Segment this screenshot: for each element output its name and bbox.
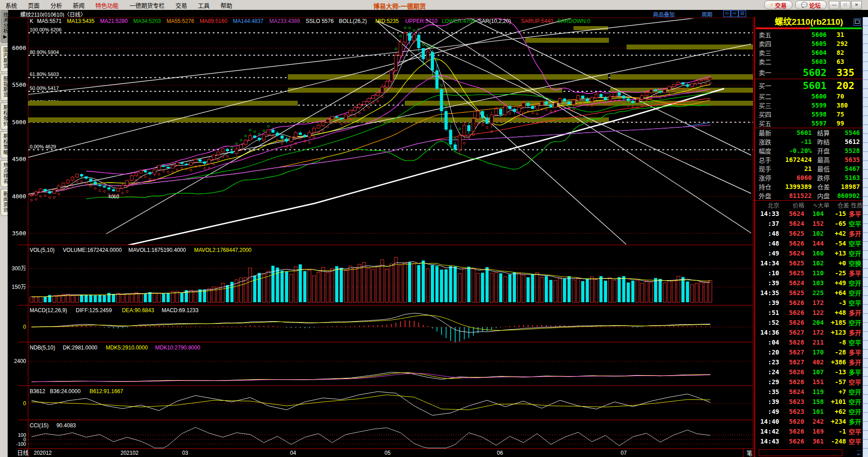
tick-row: :515626122+48多开 xyxy=(755,308,863,318)
tick-row: :045628211-8空平 xyxy=(755,337,863,347)
svg-text:202012: 202012 xyxy=(34,450,52,456)
quote-row: 买三5599380 xyxy=(755,101,863,110)
sidebar-tab-5[interactable]: 期权策略 xyxy=(0,131,8,158)
svg-text:NDB(5,10): NDB(5,10) xyxy=(30,345,55,351)
maximize-button[interactable]: □ xyxy=(840,1,850,9)
sidebar-tab-3[interactable]: 股指期货 xyxy=(0,74,8,101)
menu-item-1[interactable]: 系统 xyxy=(0,1,22,10)
svg-text:0: 0 xyxy=(23,324,26,330)
forum-button[interactable]: 💬论坛 xyxy=(795,0,827,9)
stat-row: 现手21最低5467 xyxy=(755,164,863,173)
svg-text:3500: 3500 xyxy=(12,230,26,237)
svg-text:202102: 202102 xyxy=(121,450,139,456)
ask-rows: 卖五560631卖四5605292卖三560482卖二560363卖一56023… xyxy=(755,30,863,79)
panel-maximize-icon[interactable] xyxy=(854,18,861,26)
svg-text:B3612: B3612 xyxy=(30,388,45,394)
arrow-right-icon[interactable]: ⇨ xyxy=(731,10,738,17)
quote-row: 卖五560631 xyxy=(755,30,863,39)
svg-text:MA34:5203: MA34:5203 xyxy=(133,18,161,24)
svg-text:BOLL(26,2): BOLL(26,2) xyxy=(339,18,367,24)
svg-text:SSLO 5576: SSLO 5576 xyxy=(306,18,334,24)
svg-text:MA21:5280: MA21:5280 xyxy=(100,18,128,24)
tick-list[interactable]: 14:335624104-15多平:375624152-65空平:4856251… xyxy=(755,209,863,446)
lightning-icon: ⚡ xyxy=(770,2,774,8)
chat-bubble-icon: 💬 xyxy=(801,2,808,8)
scroll-mini-icons[interactable]: —⇤ xyxy=(857,448,861,457)
sidebar-tab-1[interactable]: 技术分析▶ xyxy=(0,10,8,43)
svg-text:笔: 笔 xyxy=(747,450,752,457)
svg-text:SAR(10,2,20): SAR(10,2,20) xyxy=(478,18,511,24)
tick-row: 14:405620242+234多开 xyxy=(755,417,863,426)
svg-text:5000: 5000 xyxy=(12,119,26,125)
page-indicator-box xyxy=(759,449,842,456)
tick-row: :495624160+13空开 xyxy=(755,248,863,258)
sidebar-tab-2[interactable]: 国内期货 xyxy=(0,45,8,72)
bid-rows: 买一5601202买二560070买三5599380买四559875买五5597… xyxy=(755,79,863,128)
quote-row: 卖四5605292 xyxy=(755,39,863,48)
quote-row: 卖二560363 xyxy=(755,57,863,66)
svg-text:100.00% 6206: 100.00% 6206 xyxy=(30,27,62,32)
quote-row: 买五559799 xyxy=(755,119,863,128)
menu-item-2[interactable]: 页面 xyxy=(22,1,45,10)
menu-item-7[interactable]: 交易 xyxy=(170,1,192,10)
sidebar-tab-7[interactable]: 新闻资讯 xyxy=(0,189,8,216)
menu-item-5[interactable]: 特色功能 xyxy=(90,1,124,10)
tick-row: 14:365627172+123多开 xyxy=(755,327,863,337)
svg-text:MID:5235: MID:5235 xyxy=(376,18,399,24)
tick-row: :375624152-65空平 xyxy=(755,219,863,228)
svg-text:MACD:69.1233: MACD:69.1233 xyxy=(161,307,198,314)
svg-text:5500: 5500 xyxy=(12,81,26,88)
svg-text:DIFF:125.2459: DIFF:125.2459 xyxy=(76,307,112,314)
menu-item-8[interactable]: 工具 xyxy=(192,1,215,10)
svg-text:-100: -100 xyxy=(16,441,26,447)
quote-panel: 螺纹2110(rb2110) 卖五560631卖四5605292卖三560482… xyxy=(754,17,863,457)
menu-bar: 系统页面分析新闻特色功能一德期货专栏交易工具帮助 xyxy=(0,1,237,9)
svg-text:MA89:5160: MA89:5160 xyxy=(200,18,228,24)
quote-row: 买四559875 xyxy=(755,110,863,119)
menu-item-6[interactable]: 一德期货专栏 xyxy=(124,1,170,10)
svg-text:K: K xyxy=(30,18,33,24)
tick-row: :395626172-3空平 xyxy=(755,298,863,308)
svg-text:MDK5:2910.0000: MDK5:2910.0000 xyxy=(106,345,148,351)
contract-title: 螺纹2110(rb2110) xyxy=(755,17,863,27)
title-bar: 系统页面分析新闻特色功能一德期货专栏交易工具帮助 博易大师-一德期货 ⚡交易 💬… xyxy=(0,0,868,10)
quote-row: 买二560070 xyxy=(755,92,863,101)
arrow-left-icon[interactable]: ⇦ xyxy=(723,10,731,17)
svg-text:2400: 2400 xyxy=(14,358,26,364)
stat-row: 最新5601结算5546 xyxy=(755,128,863,137)
svg-text:07: 07 xyxy=(621,450,627,456)
svg-text:MA55:5276: MA55:5276 xyxy=(166,18,194,24)
tick-row: :395623158+101空开 xyxy=(755,397,863,407)
trade-button[interactable]: ⚡交易 xyxy=(764,0,792,9)
minimize-button[interactable]: — xyxy=(829,1,839,9)
right-scrollbar[interactable] xyxy=(863,17,868,457)
menu-item-4[interactable]: 新闻 xyxy=(67,1,90,10)
svg-text:VOL(5,10): VOL(5,10) xyxy=(30,247,54,253)
tick-row: :205627170-28多平 xyxy=(755,347,863,357)
svg-text:MA144:4837: MA144:4837 xyxy=(233,18,264,24)
tick-row: 14:335624104-15多平 xyxy=(755,209,863,219)
menu-item-9[interactable]: 帮助 xyxy=(215,1,237,10)
tick-row: :495623101+62空开 xyxy=(755,407,863,417)
tick-row: :295626151-57空平 xyxy=(755,377,863,387)
stat-row: 涨跌-11昨结5612 xyxy=(755,137,863,146)
tick-row: :105625110-25多平 xyxy=(755,268,863,278)
panel-bottom-bar: —⇤ xyxy=(755,448,863,457)
sidebar-tab-6[interactable]: 热点排名 xyxy=(0,160,8,187)
svg-text:150万: 150万 xyxy=(12,284,26,290)
sidebar-tab-4[interactable]: 期权报价 xyxy=(0,103,8,130)
split-window-icon[interactable]: ⊟ xyxy=(738,10,746,17)
chart-tab-bar: 螺纹2110(010610)〈日线〉 商品叠加 周期 ⇦ ⇨ ⊟ xyxy=(8,10,868,18)
app-window: { "window": { "title": "博易大师-一德期货", "tra… xyxy=(0,0,868,457)
stat-row: 涨停6060跌停5163 xyxy=(755,173,863,182)
tick-row: :395624103+49空开 xyxy=(755,278,863,288)
tick-header: 北京价格∿大单仓差性质 xyxy=(755,200,863,209)
main-chart[interactable]: 600055005000450040003500100.00% 620680.9… xyxy=(8,17,754,457)
svg-text:日线: 日线 xyxy=(17,449,29,456)
svg-text:B36:24.0000: B36:24.0000 xyxy=(50,388,81,394)
tick-row: 14:435626361-248空平 xyxy=(755,436,863,446)
close-button[interactable]: ✕ xyxy=(851,1,862,9)
svg-text:MAVOL2:1768447.2000: MAVOL2:1768447.2000 xyxy=(194,247,251,253)
stats-rows: 最新5601结算5546涨跌-11昨结5612幅度-0.20%开盘5528总手1… xyxy=(755,128,863,200)
menu-item-3[interactable]: 分析 xyxy=(45,1,67,10)
